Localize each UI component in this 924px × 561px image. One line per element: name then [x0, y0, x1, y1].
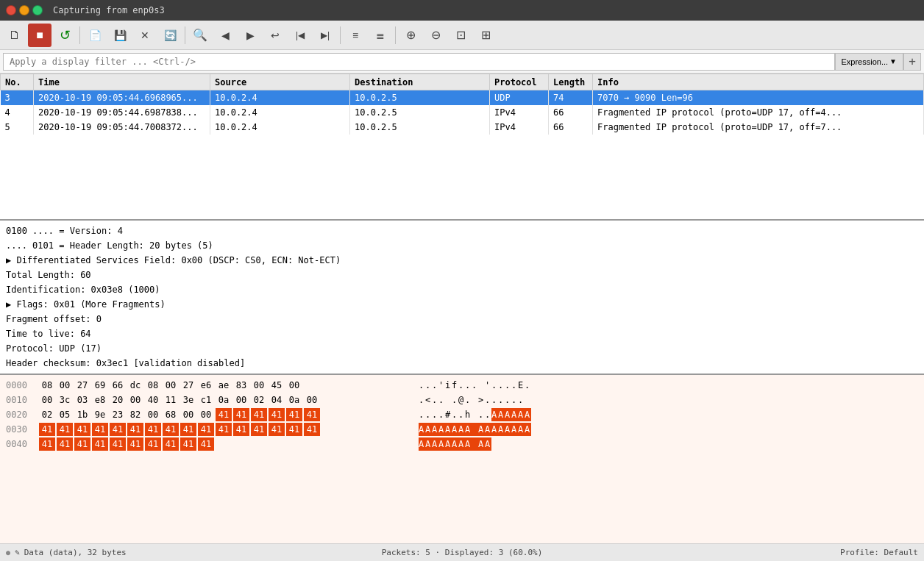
hex-byte: 41 [57, 437, 73, 451]
toolbar: 🗋 ■ ↺ 📄 💾 ✕ 🔄 🔍 ◀ ▶ ↩ |◀ ▶| ≡ ≣ ⊕ ⊖ ⊡ ⊞ [0, 21, 924, 50]
hex-char [472, 393, 478, 407]
hex-byte: 08 [145, 379, 161, 392]
hex-char: . [452, 408, 458, 421]
separator-4 [395, 26, 396, 44]
hex-char: < [425, 393, 432, 407]
detail-line[interactable]: ▶ Differentiated Services Field: 0x00 (D… [0, 253, 924, 268]
new-capture-button[interactable]: 🗋 [3, 24, 26, 47]
expression-button[interactable]: Expression... ▼ [835, 53, 904, 71]
window-controls[interactable] [6, 5, 43, 15]
close-file-button[interactable]: ✕ [133, 24, 157, 47]
col-header-destination[interactable]: Destination [350, 74, 490, 90]
hex-byte: 82 [127, 408, 143, 421]
hex-byte: 00 [39, 393, 55, 407]
zoom-normal-button[interactable]: ⊡ [449, 24, 472, 47]
hex-char: . [419, 393, 425, 407]
table-row[interactable]: 52020-10-19 09:05:44.7008372...10.0.2.41… [1, 120, 924, 135]
hex-char: A [498, 408, 505, 421]
hex-ascii: AAAAAAAA AAAAAAAA [419, 423, 531, 436]
hex-char [478, 379, 485, 392]
hex-char: . [511, 393, 518, 407]
hex-char: . [425, 408, 432, 421]
hex-char: . [458, 408, 465, 421]
next-button[interactable]: ▶ [238, 24, 262, 47]
hex-byte: 41 [304, 423, 320, 436]
last-button[interactable]: ▶| [313, 24, 337, 47]
status-right: Profile: Default [614, 548, 918, 557]
col-header-protocol[interactable]: Protocol [490, 74, 549, 90]
hex-char: . [505, 393, 511, 407]
hex-byte: 41 [92, 437, 108, 451]
hex-byte: 41 [110, 437, 126, 451]
dropdown-arrow-icon: ▼ [889, 57, 897, 65]
hex-byte: 68 [163, 408, 179, 421]
status-data-label: Data (data), 32 bytes [24, 548, 127, 557]
display-filter-input[interactable] [3, 53, 835, 71]
hex-char: ' [438, 379, 445, 392]
hex-byte: 9e [92, 408, 108, 421]
hex-offset: 0010 [6, 393, 39, 407]
detail-line: Fragment offset: 0 [0, 312, 924, 326]
hex-byte: 20 [110, 393, 126, 407]
hex-char: A [491, 408, 498, 421]
table-row[interactable]: 32020-10-19 09:05:44.6968965...10.0.2.41… [1, 90, 924, 105]
separator-3 [340, 26, 341, 44]
hex-byte: 41 [269, 423, 285, 436]
hex-byte: 41 [198, 423, 214, 436]
hex-byte: 00 [304, 393, 320, 407]
first-button[interactable]: |◀ [288, 24, 312, 47]
col-header-time[interactable]: Time [34, 74, 210, 90]
add-filter-button[interactable]: + [903, 53, 921, 71]
hex-byte: 08 [39, 379, 55, 392]
autoscroll-button[interactable]: ≣ [369, 24, 392, 47]
hex-char: A [419, 437, 425, 451]
minimize-window-button[interactable] [19, 5, 29, 15]
zoom-in-button[interactable]: ⊕ [399, 24, 422, 47]
zoom-out-button[interactable]: ⊖ [424, 24, 447, 47]
hex-char: f [452, 379, 458, 392]
reload-button[interactable]: 🔄 [158, 24, 182, 47]
stop-capture-button[interactable]: ■ [28, 24, 51, 47]
colorize-button[interactable]: ≡ [344, 24, 367, 47]
save-button[interactable]: 💾 [108, 24, 132, 47]
maximize-window-button[interactable] [32, 5, 43, 15]
hex-ascii: AAAAAAAA AA [419, 437, 491, 451]
goto-button[interactable]: ↩ [263, 24, 287, 47]
hex-char: A [478, 423, 485, 436]
detail-line: 0100 .... = Version: 4 [0, 224, 924, 238]
col-header-no[interactable]: No. [1, 74, 34, 90]
hex-char: A [498, 423, 505, 436]
close-window-button[interactable] [6, 5, 16, 15]
detail-line[interactable]: ▶ Flags: 0x01 (More Fragments) [0, 297, 924, 312]
resize-columns-button[interactable]: ⊞ [474, 24, 497, 47]
hex-char: A [485, 437, 491, 451]
hex-char: . [465, 379, 472, 392]
hex-char: A [425, 423, 432, 436]
hex-ascii: ...'if... '....E. [419, 379, 531, 392]
prev-button[interactable]: ◀ [213, 24, 237, 47]
hex-char: A [518, 423, 525, 436]
col-header-info[interactable]: Info [593, 74, 924, 90]
hex-byte: 41 [74, 423, 90, 436]
hex-bytes: 003c03e8200040113ec10a0002040a00 [39, 393, 407, 407]
open-file-button[interactable]: 📄 [83, 24, 107, 47]
col-header-source[interactable]: Source [210, 74, 350, 90]
hex-dump-line: 004041414141414141414141AAAAAAAA AA [0, 437, 924, 451]
hex-byte: 41 [163, 437, 179, 451]
hex-bytes: 02051b9e238200680000414141414141 [39, 408, 407, 421]
detail-line: Total Length: 60 [0, 268, 924, 282]
table-row[interactable]: 42020-10-19 09:05:44.6987838...10.0.2.41… [1, 105, 924, 120]
packet-list-panel: No. Time Source Destination Protocol Len… [0, 74, 924, 221]
hex-byte: 11 [163, 393, 179, 407]
titlebar: Capturing from enp0s3 [0, 0, 924, 21]
hex-char: . [491, 393, 498, 407]
find-button[interactable]: 🔍 [188, 24, 212, 47]
detail-line: Header checksum: 0x3ec1 [validation disa… [0, 356, 924, 371]
hex-char: . [465, 393, 472, 407]
hex-byte: 41 [233, 408, 249, 421]
col-header-length[interactable]: Length [549, 74, 593, 90]
hex-dump-line: 0010003c03e8200040113ec10a0002040a00.<..… [0, 393, 924, 407]
restart-capture-button[interactable]: ↺ [53, 24, 77, 47]
hex-offset: 0030 [6, 423, 39, 436]
hex-char: . [498, 379, 505, 392]
